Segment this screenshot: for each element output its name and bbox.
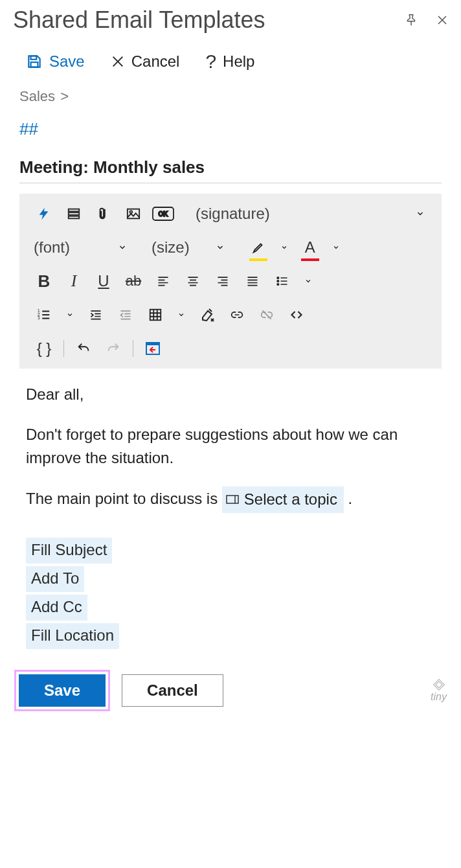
tiny-diamond-icon [431, 678, 447, 691]
window-title: Shared Email Templates [13, 6, 404, 34]
cancel-button[interactable]: Cancel [122, 674, 223, 707]
select-topic-field[interactable]: Select a topic [222, 486, 344, 513]
undo-icon[interactable] [71, 337, 96, 360]
help-icon: ? [205, 52, 216, 71]
cancel-label: Cancel [131, 52, 180, 71]
ok-button-icon[interactable]: OK [150, 203, 176, 225]
size-chevron-icon[interactable] [210, 244, 230, 251]
close-icon[interactable] [436, 14, 448, 26]
subject-field[interactable]: Meeting: Monthly sales [19, 157, 442, 183]
macro-list: Fill Subject Add To Add Cc Fill Location [26, 536, 442, 650]
insert-html-icon[interactable] [140, 337, 166, 360]
greeting-line: Dear all, [26, 383, 442, 406]
unlink-icon[interactable] [254, 304, 280, 326]
bullet-list-icon[interactable] [269, 270, 295, 292]
svg-rect-15 [150, 310, 161, 321]
svg-point-9 [277, 277, 279, 279]
indent-icon[interactable] [83, 304, 109, 326]
svg-rect-0 [31, 56, 37, 59]
text-color-chevron-icon[interactable] [327, 244, 345, 251]
macro-add-to[interactable]: Add To [26, 566, 84, 592]
align-justify-icon[interactable] [240, 270, 265, 292]
tiny-label: tiny [431, 691, 447, 703]
para2-pre: The main point to discuss is [26, 490, 222, 507]
clear-format-icon[interactable] [194, 304, 220, 326]
macro-add-cc[interactable]: Add Cc [26, 595, 87, 621]
save-action[interactable]: Save [26, 52, 85, 71]
align-center-icon[interactable] [180, 270, 206, 292]
highlight-chevron-icon[interactable] [275, 244, 293, 251]
bullet-list-chevron-icon[interactable] [299, 278, 317, 284]
svg-point-10 [277, 280, 279, 282]
pin-icon[interactable] [404, 13, 418, 27]
breadcrumb[interactable]: Sales > [0, 82, 461, 105]
shortcut-field[interactable]: ## [0, 105, 461, 143]
bold-icon[interactable]: B [31, 270, 57, 292]
paragraph-1: Don't forget to prepare suggestions abou… [26, 423, 442, 470]
text-color-icon[interactable]: A [297, 236, 323, 258]
save-button[interactable]: Save [19, 674, 106, 707]
image-icon[interactable] [120, 203, 146, 225]
action-bar: Save Cancel ? Help [0, 34, 461, 82]
svg-rect-2 [69, 209, 80, 212]
italic-icon[interactable]: I [61, 270, 87, 292]
select-topic-label: Select a topic [244, 488, 337, 511]
cancel-action[interactable]: Cancel [111, 52, 180, 71]
underline-icon[interactable]: U [91, 270, 117, 292]
separator [133, 340, 133, 357]
font-chevron-icon[interactable] [113, 244, 132, 251]
cancel-x-icon [111, 54, 125, 69]
svg-rect-5 [128, 209, 139, 219]
numbered-list-chevron-icon[interactable] [61, 312, 79, 318]
size-dropdown[interactable]: (size) [149, 238, 192, 257]
macro-fill-subject[interactable]: Fill Subject [26, 538, 112, 564]
save-icon [26, 53, 43, 70]
braces-icon[interactable]: { } [31, 337, 57, 360]
footer: Save Cancel tiny [0, 650, 461, 722]
redo-icon[interactable] [100, 337, 126, 360]
align-left-icon[interactable] [150, 270, 176, 292]
table-chevron-icon[interactable] [172, 312, 190, 318]
code-icon[interactable] [284, 304, 309, 326]
svg-point-6 [130, 211, 133, 213]
table-icon[interactable] [142, 304, 168, 326]
separator [63, 340, 64, 357]
font-dropdown[interactable]: (font) [31, 238, 73, 257]
svg-point-11 [277, 284, 279, 286]
dropdown-box-icon [226, 495, 239, 504]
outdent-icon[interactable] [113, 304, 139, 326]
link-icon[interactable] [224, 304, 250, 326]
save-button-highlight: Save [14, 670, 110, 711]
svg-rect-18 [227, 496, 238, 503]
rows-icon[interactable] [61, 203, 87, 225]
help-action[interactable]: ? Help [205, 52, 254, 71]
signature-dropdown[interactable]: (signature) [193, 205, 273, 223]
breadcrumb-folder: Sales [19, 88, 55, 104]
svg-rect-4 [69, 216, 80, 219]
signature-chevron-icon[interactable] [410, 210, 430, 218]
save-label: Save [49, 52, 85, 71]
breadcrumb-sep: > [60, 88, 69, 104]
window-header: Shared Email Templates [0, 0, 461, 34]
strikethrough-icon[interactable]: ab [120, 270, 146, 292]
align-right-icon[interactable] [210, 270, 236, 292]
bolt-icon[interactable] [31, 203, 57, 225]
svg-text:3: 3 [38, 315, 40, 320]
svg-text:OK: OK [159, 211, 169, 218]
paragraph-2: The main point to discuss is Select a to… [26, 486, 442, 513]
svg-rect-3 [69, 212, 80, 215]
attachment-icon[interactable] [91, 203, 117, 225]
help-label: Help [223, 52, 254, 71]
macro-fill-location[interactable]: Fill Location [26, 623, 119, 649]
numbered-list-icon[interactable]: 123 [31, 304, 57, 326]
tiny-logo: tiny [431, 678, 447, 703]
editor-body[interactable]: Dear all, Don't forget to prepare sugges… [0, 369, 461, 650]
highlight-icon[interactable] [245, 236, 271, 258]
editor-toolbar: OK (signature) (font) (size) A B I U ab [19, 194, 442, 369]
svg-rect-1 [31, 62, 38, 67]
para2-post: . [348, 490, 353, 507]
